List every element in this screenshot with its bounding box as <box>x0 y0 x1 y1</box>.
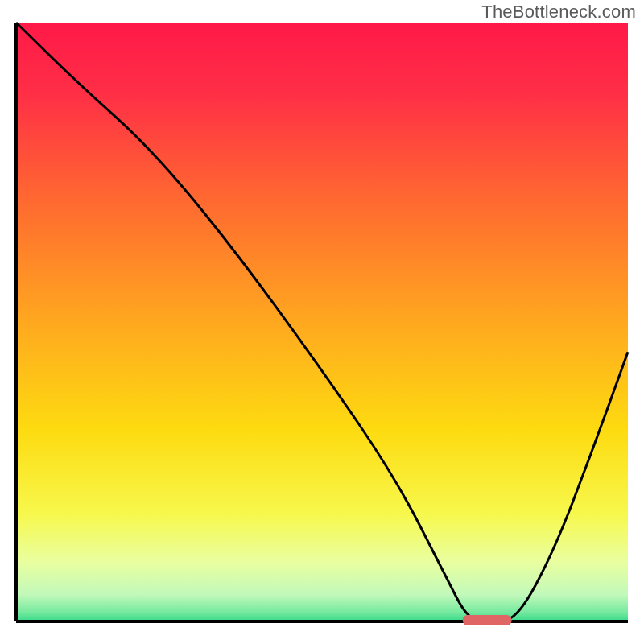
plot-background <box>16 23 628 621</box>
plot-area <box>16 23 628 625</box>
watermark-text: TheBottleneck.com <box>481 2 636 23</box>
optimal-range-marker <box>463 615 512 625</box>
chart-svg <box>0 0 644 644</box>
chart-container: TheBottleneck.com <box>0 0 644 644</box>
